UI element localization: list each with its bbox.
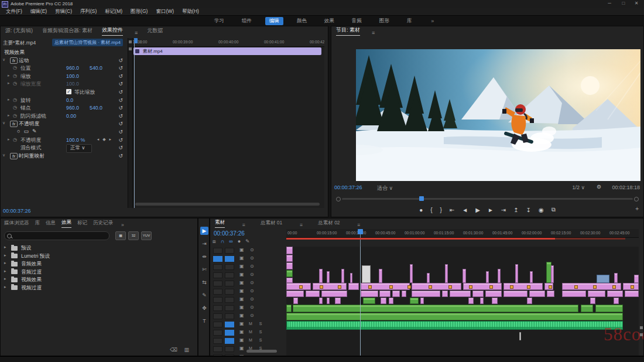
menu-item[interactable]: 编辑(E) [27,8,50,16]
sync-lock-icon[interactable]: ▣ [239,288,244,293]
reset-icon[interactable]: ↺ [118,113,123,119]
param-value[interactable]: 100.0 % [66,137,85,143]
sequence-tab[interactable]: 总素材 01 [261,220,282,228]
track-output-eye-icon[interactable]: ⊙ [250,296,254,302]
workspace-tab[interactable]: 图形 [375,17,393,25]
timeline-clip[interactable] [293,305,578,312]
param-value[interactable]: 0.0 [66,97,73,103]
panel-menu-icon[interactable]: ≡ [300,222,303,228]
track-lock-cell[interactable] [213,322,222,327]
keyframe-clip-bar[interactable]: 素材.mp4 [133,47,321,55]
step-forward-button[interactable]: ► [488,207,494,213]
extract-button[interactable]: ↧ [526,207,531,213]
linked-selection-toggle[interactable]: ∞ [229,238,232,245]
timeline-clip[interactable] [445,264,448,283]
lift-button[interactable]: ↥ [513,207,518,213]
expand-icon[interactable]: ▸ [8,137,10,142]
track-lock-cell[interactable] [225,297,234,303]
timeline-clip[interactable] [363,298,375,304]
timeline-clip[interactable] [492,298,498,304]
timeline-clip[interactable] [468,298,474,304]
timeline-clip[interactable] [286,291,304,297]
twirl-icon[interactable]: ∨ [2,57,5,62]
stopwatch-icon[interactable]: ◷ [13,73,17,78]
timeline-clip[interactable] [527,298,532,304]
track-select-tool[interactable]: ⇥ [200,240,208,248]
bin-item-视频过渡[interactable]: ▸视频过渡 [3,284,179,292]
workspace-tab[interactable]: 学习 [210,17,228,25]
track-lock-cell[interactable] [213,338,222,344]
keyframe-nav-icons[interactable]: ◂ ◆ ▸ [97,137,112,142]
menu-item[interactable]: 图形(G) [127,8,151,16]
sync-lock-icon[interactable]: ▣ [239,321,244,326]
yuv-effects-badge[interactable]: YUV [141,231,152,240]
expand-icon[interactable]: ▸ [8,81,10,86]
program-current-timecode[interactable]: 00:00:37:26 [334,185,362,190]
uniform-scale-checkbox[interactable]: ✓ [66,89,71,94]
menu-item[interactable]: 标记(M) [101,8,126,16]
twirl-icon[interactable]: ∨ [2,121,5,125]
timeline-clip[interactable] [480,298,484,304]
timeline-clip[interactable] [529,291,545,297]
track-lock-cell[interactable] [225,281,234,286]
reset-icon[interactable]: ↺ [118,65,123,71]
timeline-clip[interactable] [590,298,595,304]
timeline-clip[interactable] [420,298,424,304]
twirl-icon[interactable]: ▸ [4,276,6,281]
keyframe-ruler[interactable]: 00:00:38:0000:00:39:0000:00:40:0000:00:4… [133,38,324,47]
timeline-clip[interactable] [581,305,593,312]
timeline-clip[interactable] [614,273,618,283]
panel-tab[interactable]: 效果控件 [102,26,123,36]
compare-view-button[interactable]: ⧉ [551,206,556,213]
reset-icon[interactable]: ↺ [118,57,123,63]
nest-toggle[interactable]: ⧈ [213,238,216,245]
twirl-icon[interactable]: ▸ [4,261,6,265]
snap-toggle[interactable]: ∩ [221,238,224,245]
timeline-clip[interactable] [634,275,639,283]
track-lock-cell[interactable] [225,305,234,311]
stopwatch-icon[interactable]: ◷ [13,105,17,110]
sync-lock-icon[interactable]: ▣ [239,337,244,343]
project-tab-历史记录[interactable]: 历史记录 [93,220,113,228]
menu-item[interactable]: 帮助(H) [179,8,203,16]
timeline-clip[interactable] [335,298,341,304]
timeline-clip[interactable] [286,313,623,320]
bin-item-音频过渡[interactable]: ▸音频过渡 [3,268,179,276]
step-back-button[interactable]: ◄ [462,207,468,213]
panel-tab[interactable]: 音频剪辑混合器: 素材 [42,27,93,36]
track-lock-cell[interactable] [213,346,222,352]
playback-resolution-dropdown[interactable]: 1/2 ∨ [572,185,585,190]
timeline-settings[interactable]: ✎ [245,238,250,245]
sync-lock-icon[interactable]: ▣ [239,280,244,285]
source-patch-video[interactable] [213,297,222,303]
button-editor-plus[interactable]: + [635,206,639,212]
sync-lock-icon[interactable]: ▣ [239,272,244,277]
ripple-edit-tool[interactable]: ⇹ [200,252,208,261]
timeline-clip[interactable] [286,278,293,283]
source-patch-video[interactable] [213,289,222,295]
project-tab-库[interactable]: 库 [35,220,40,228]
timeline-clip[interactable] [597,275,609,283]
track-lock-cell[interactable] [225,272,234,278]
track-output-eye-icon[interactable]: ⊙ [250,280,254,285]
seek-end-handle[interactable] [634,197,639,202]
menu-item[interactable]: 序列(S) [77,8,100,16]
add-marker-button[interactable]: ● [238,238,241,245]
accelerated-effects-badge[interactable]: ▦ [115,231,126,240]
sequence-clip-name[interactable]: 总素材雪山滑雪视频 · 素材.mp4 [52,39,123,46]
workspace-tab[interactable]: 编辑 [265,17,283,25]
new-bin-icon[interactable]: ▥ [184,347,189,353]
source-patch-video[interactable] [213,256,222,262]
workspace-tab[interactable]: 颜色 [293,17,311,25]
seek-start-handle[interactable] [336,197,341,202]
settings-wrench-icon[interactable]: ⚙ [597,184,601,190]
timeline-clip[interactable] [498,269,501,283]
reset-icon[interactable]: ↺ [118,105,123,111]
play-button[interactable]: ▶ [475,207,480,213]
track-output-eye-icon[interactable]: ⊙ [250,264,254,269]
menu-item[interactable]: 剪辑(C) [52,8,76,16]
timeline-clip[interactable] [410,264,413,283]
timeline-clip[interactable] [472,291,484,297]
track-lock-cell[interactable] [213,330,222,336]
go-to-in-button[interactable]: ⇤ [450,207,454,213]
